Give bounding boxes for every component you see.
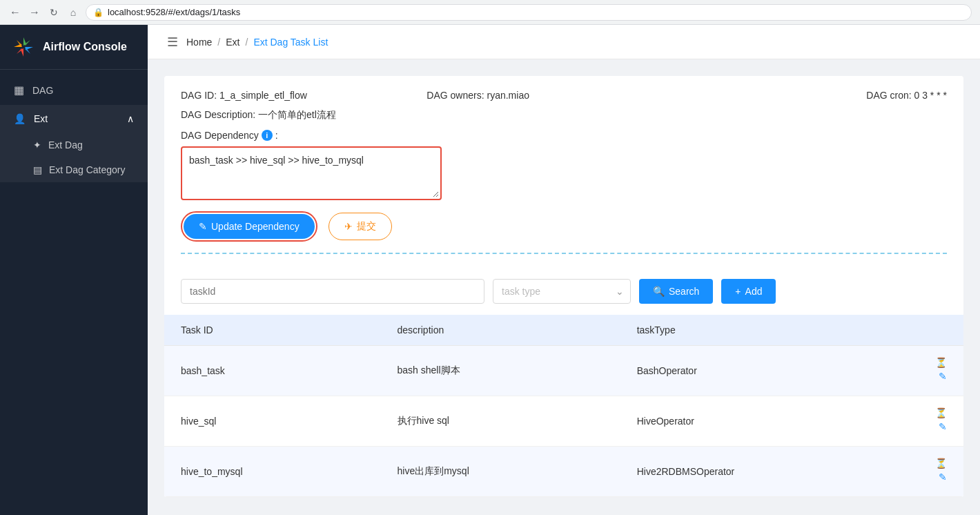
dependency-box-wrapper [181, 146, 442, 200]
task-id-input[interactable] [181, 279, 484, 304]
breadcrumb-ext[interactable]: Ext [226, 37, 239, 48]
update-dependency-wrapper: ✎ Update Dependency [181, 211, 317, 242]
edit-icon[interactable]: ✎ [935, 421, 947, 432]
dag-id-field: DAG ID: 1_a_simple_etl_flow [181, 90, 307, 101]
main-content: DAG ID: 1_a_simple_etl_flow DAG owners: … [148, 59, 980, 515]
sidebar-item-ext[interactable]: 👤 Ext ∧ [0, 105, 148, 133]
action-row: ✎ Update Dependency ✈ 提交 [181, 211, 947, 254]
dag-owners-label: DAG owners: [427, 90, 484, 101]
hamburger-button[interactable]: ☰ [164, 32, 181, 52]
lock-icon: 🔒 [93, 8, 104, 17]
search-button[interactable]: 🔍 Search [639, 279, 713, 304]
breadcrumb-sep-2: / [245, 37, 248, 48]
row-actions: ⏳ ✎ [919, 346, 963, 396]
chevron-up-icon: ∧ [127, 113, 134, 124]
ext-dag-icon: ✦ [33, 139, 41, 150]
table-row: hive_sql 执行hive sql HiveOperator ⏳ ✎ [164, 396, 963, 447]
dag-id-value: 1_a_simple_etl_flow [219, 90, 307, 101]
breadcrumb-sep-1: / [217, 37, 220, 48]
sidebar: Airflow Console ▦ DAG 👤 Ext ∧ ✦ Ext Dag [0, 25, 148, 515]
edit-icon[interactable]: ✎ [935, 472, 947, 483]
breadcrumb-home[interactable]: Home [186, 37, 212, 48]
dag-cron-value: 0 3 * * * [914, 90, 947, 101]
col-actions [919, 315, 963, 346]
task-type-cell: HiveOperator [620, 396, 919, 447]
submit-button[interactable]: ✈ 提交 [329, 213, 392, 240]
url-text: localhost:9528/#/ext/dags/1/tasks [108, 7, 240, 17]
app-title: Airflow Console [43, 41, 127, 53]
task-id-cell: hive_to_mysql [164, 447, 381, 497]
task-type-select-wrapper: task type BashOperator HiveOperator Hive… [493, 279, 631, 304]
table-row: hive_to_mysql hive出库到mysql Hive2RDBMSOpe… [164, 447, 963, 497]
col-description: description [381, 315, 620, 346]
dag-owners-value: ryan.miao [487, 90, 529, 101]
dependency-label: DAG Dependency i : [181, 130, 947, 141]
dag-icon: ▦ [14, 84, 24, 97]
row-actions: ⏳ ✎ [919, 396, 963, 447]
sidebar-section-ext: 👤 Ext ∧ ✦ Ext Dag ▤ Ext Dag Category [0, 105, 148, 182]
dag-desc-label: DAG Description: [181, 109, 255, 120]
dag-desc-value: 一个简单的etl流程 [258, 109, 336, 120]
airflow-logo-icon [11, 35, 36, 59]
back-button[interactable]: ← [8, 6, 22, 19]
forward-button[interactable]: → [28, 6, 41, 19]
edit-icon[interactable]: ✎ [935, 371, 947, 382]
info-icon[interactable]: i [262, 130, 273, 141]
sidebar-item-ext-dag-label: Ext Dag [48, 139, 83, 150]
task-id-cell: bash_task [164, 346, 381, 396]
search-label: Search [669, 286, 699, 297]
description-cell: hive出库到mysql [381, 447, 620, 497]
table-body: bash_task bash shell脚本 BashOperator ⏳ ✎ … [164, 346, 963, 497]
table-row: bash_task bash shell脚本 BashOperator ⏳ ✎ [164, 346, 963, 396]
filter-row: task type BashOperator HiveOperator Hive… [164, 268, 963, 315]
breadcrumb-current: Ext Dag Task List [253, 37, 328, 48]
dag-desc-field: DAG Description: 一个简单的etl流程 [181, 109, 336, 122]
task-id-cell: hive_sql [164, 396, 381, 447]
dag-id-label: DAG ID: [181, 90, 217, 101]
col-task-id: Task ID [164, 315, 381, 346]
task-table: Task ID description taskType bash_task b… [164, 315, 963, 497]
ext-dag-category-icon: ▤ [33, 164, 42, 175]
update-dependency-label: Update Dependency [211, 221, 300, 232]
table-header: Task ID description taskType [164, 315, 963, 346]
dag-info-section: DAG ID: 1_a_simple_etl_flow DAG owners: … [164, 76, 963, 268]
sidebar-item-ext-label: Ext [34, 113, 48, 124]
browser-chrome: ← → ↻ ⌂ 🔒 localhost:9528/#/ext/dags/1/ta… [0, 0, 980, 25]
sidebar-item-ext-dag-category[interactable]: ▤ Ext Dag Category [0, 157, 148, 182]
address-bar[interactable]: 🔒 localhost:9528/#/ext/dags/1/tasks [86, 4, 972, 21]
top-bar: ☰ Home / Ext / Ext Dag Task List [148, 25, 980, 59]
task-type-cell: Hive2RDBMSOperator [620, 447, 919, 497]
breadcrumb: Home / Ext / Ext Dag Task List [186, 37, 328, 48]
description-cell: bash shell脚本 [381, 346, 620, 396]
dag-cron-field: DAG cron: 0 3 * * * [649, 90, 947, 101]
description-cell: 执行hive sql [381, 396, 620, 447]
task-type-select[interactable]: task type BashOperator HiveOperator Hive… [493, 279, 631, 304]
plus-icon: + [735, 286, 741, 297]
history-icon[interactable]: ⏳ [935, 407, 947, 418]
dag-owners-field: DAG owners: ryan.miao [329, 90, 627, 101]
history-icon[interactable]: ⏳ [935, 458, 947, 469]
col-task-type: taskType [620, 315, 919, 346]
home-button[interactable]: ⌂ [66, 6, 80, 19]
search-icon: 🔍 [653, 286, 665, 297]
history-icon[interactable]: ⏳ [935, 357, 947, 368]
dag-cron-label: DAG cron: [866, 90, 911, 101]
sidebar-item-dag[interactable]: ▦ DAG [0, 75, 148, 105]
reload-button[interactable]: ↻ [47, 6, 61, 19]
submit-icon: ✈ [344, 221, 353, 232]
row-actions: ⏳ ✎ [919, 447, 963, 497]
pencil-icon: ✎ [199, 221, 207, 232]
submit-label: 提交 [357, 220, 376, 233]
sidebar-item-ext-dag-category-label: Ext Dag Category [49, 164, 126, 175]
sidebar-item-dag-label: DAG [32, 85, 53, 96]
update-dependency-button[interactable]: ✎ Update Dependency [184, 214, 315, 239]
sidebar-item-ext-dag[interactable]: ✦ Ext Dag [0, 133, 148, 157]
ext-icon: 👤 [14, 113, 26, 124]
task-type-cell: BashOperator [620, 346, 919, 396]
sidebar-logo: Airflow Console [0, 25, 148, 70]
sidebar-navigation: ▦ DAG 👤 Ext ∧ ✦ Ext Dag ▤ Ext Dag C [0, 70, 148, 515]
add-label: Add [745, 286, 763, 297]
add-button[interactable]: + Add [721, 279, 776, 304]
dependency-textarea[interactable] [184, 149, 439, 197]
